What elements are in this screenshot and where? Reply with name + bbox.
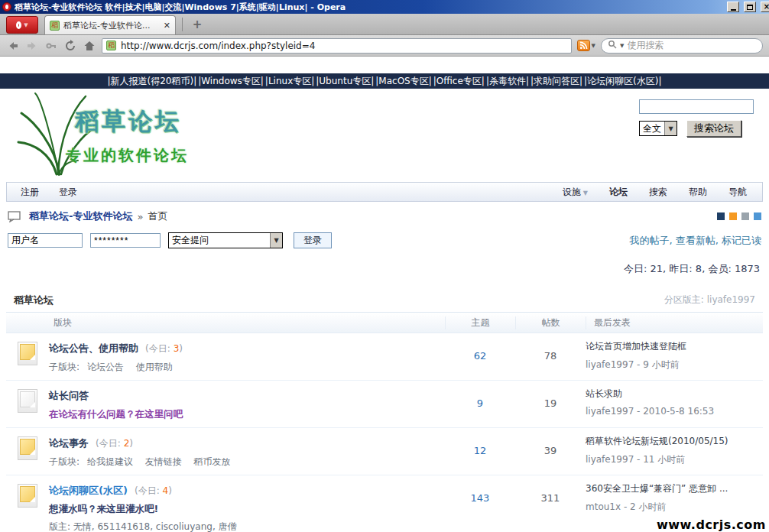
chevron-down-icon[interactable]: ▼ <box>592 43 595 49</box>
window-titlebar: 稻草论坛-专业软件论坛 软件|技术|电脑|交流|Windows 7|系统|驱动|… <box>0 0 769 14</box>
topic-count[interactable]: 143 <box>471 492 490 504</box>
topnav-link-newbie[interactable]: |新人报道(得20稻币)| <box>107 75 196 88</box>
site-topnav: |新人报道(得20稻币)| |Windows专区| |Linux专区| |Ubu… <box>0 73 769 89</box>
category-title[interactable]: 稻草论坛 <box>14 294 54 307</box>
home-icon[interactable] <box>83 40 96 52</box>
subforum-label: 子版块: <box>49 456 79 467</box>
login-button[interactable]: 登录 <box>294 232 332 248</box>
webpage: |新人报道(得20稻币)| |Windows专区| |Linux专区| |Ubu… <box>0 57 769 532</box>
restore-button[interactable] <box>744 2 756 12</box>
last-post-link[interactable]: 稻草软件论坛新坛规(2010/05/15) <box>586 436 728 446</box>
last-post-link[interactable]: 360安全卫士爆“兼容门” 恶意卸 ... <box>586 483 728 494</box>
forum-search-button[interactable]: 搜索论坛 <box>686 120 741 137</box>
search-icon <box>608 40 617 51</box>
topnav-link-ubuntu[interactable]: |Ubuntu专区| <box>316 75 374 88</box>
tab-bar: ▼ 稻 稻草论坛-专业软件论... ✕ + <box>0 14 769 35</box>
site-logo-title: 稻草论坛 <box>75 105 182 138</box>
search-scope-select[interactable]: 全文 ▼ <box>639 121 677 136</box>
url-text: http://www.dcrjs.com/index.php?styleid=4 <box>121 41 315 51</box>
subforum-link[interactable]: 论坛公告 <box>87 362 124 372</box>
style-swatch-navy[interactable] <box>717 212 725 220</box>
forum-row-water: 论坛闲聊区(水区) (今日: 4) 想灌水吗？来这里灌水吧! 版主: 无情, 6… <box>6 475 763 532</box>
post-count: 311 <box>515 482 586 532</box>
forum-row-qa: 站长问答 在论坛有什么问题？在这里问吧 9 19 站长求助 liyafe1997… <box>6 381 763 428</box>
chevron-down-icon: ▼ <box>270 233 282 248</box>
back-icon[interactable] <box>6 40 20 52</box>
forum-search-input[interactable] <box>639 99 754 114</box>
minimize-button[interactable] <box>727 2 739 12</box>
style-swatch-orange[interactable] <box>729 212 737 220</box>
rss-icon[interactable] <box>577 40 590 51</box>
column-header: 版块 主题 帖数 最后发表 <box>6 313 763 333</box>
menu-search[interactable]: 搜索 <box>649 186 667 199</box>
address-bar[interactable]: 稻 http://www.dcrjs.com/index.php?styleid… <box>102 38 572 54</box>
subforum-link[interactable]: 使用帮助 <box>136 362 173 372</box>
security-question-select[interactable]: 安全提问 ▼ <box>168 232 283 248</box>
subforum-link[interactable]: 友情链接 <box>145 456 182 467</box>
forum-new-posts-icon <box>18 342 37 365</box>
last-post-info[interactable]: liyafe1997 - 11 小时前 <box>586 453 760 466</box>
forum-menubar: 注册 登录 设施▼ 论坛 搜索 帮助 导航 <box>6 182 763 202</box>
breadcrumb-site-link[interactable]: 稻草论坛-专业软件论坛 <box>29 209 132 223</box>
subforum-link[interactable]: 给我提建议 <box>87 456 133 467</box>
facilities-link[interactable]: 设施 <box>563 187 581 197</box>
topnav-link-windows[interactable]: |Windows专区| <box>198 75 264 88</box>
browser-search-field[interactable]: ▼ 使用搜索 <box>601 38 763 54</box>
forum-description: 想灌水吗？来这里灌水吧! <box>49 503 439 516</box>
forward-icon[interactable] <box>25 40 39 52</box>
post-count: 39 <box>515 435 586 469</box>
moderators-line[interactable]: 版主: 无情, 651141618, ciscoliuyang, 唐僧 <box>49 521 439 532</box>
topnav-link-water[interactable]: |论坛闲聊区(水区)| <box>584 75 661 88</box>
topic-count[interactable]: 62 <box>474 350 487 362</box>
style-swatch-gray[interactable] <box>741 212 749 220</box>
category-header: 稻草论坛 分区版主: liyafe1997 <box>6 288 763 313</box>
forum-link[interactable]: 论坛事务 <box>49 437 89 449</box>
last-post-info[interactable]: liyafe1997 - 9 小时前 <box>586 358 760 371</box>
topnav-link-antivirus[interactable]: |杀毒软件| <box>486 75 529 88</box>
col-last: 最后发表 <box>586 316 763 329</box>
forum-new-posts-icon <box>18 436 37 460</box>
post-count: 78 <box>515 340 586 374</box>
forum-stats: 今日: 21, 昨日: 8, 会员: 1873 <box>9 262 760 276</box>
window-title: 稻草论坛-专业软件论坛 软件|技术|电脑|交流|Windows 7|系统|驱动|… <box>15 2 722 13</box>
col-topics: 主题 <box>445 316 515 329</box>
last-post-link[interactable]: 论坛首页增加快速登陆框 <box>586 341 686 352</box>
login-link[interactable]: 登录 <box>59 186 77 199</box>
subforum-link[interactable]: 稻币发放 <box>194 456 231 467</box>
chevron-down-icon[interactable]: ▼ <box>620 43 624 49</box>
topnav-link-macos[interactable]: |MacOS专区| <box>375 75 431 88</box>
key-icon[interactable] <box>44 40 58 52</box>
opera-logo-icon <box>16 21 21 29</box>
tab-close-icon[interactable]: ✕ <box>164 21 170 31</box>
close-button[interactable]: × <box>761 2 769 12</box>
menu-help[interactable]: 帮助 <box>689 186 707 199</box>
reload-icon[interactable] <box>63 40 77 52</box>
chevron-down-icon: ▼ <box>583 190 588 196</box>
style-swatch-blue[interactable] <box>754 212 761 220</box>
new-tab-button[interactable]: + <box>189 18 206 31</box>
search-placeholder: 使用搜索 <box>627 39 664 52</box>
username-field[interactable] <box>8 233 83 248</box>
last-post-link[interactable]: 站长求助 <box>586 388 622 399</box>
opera-menu-button[interactable]: ▼ <box>6 16 38 34</box>
topic-count[interactable]: 12 <box>474 445 487 456</box>
forum-row-announcements: 论坛公告、使用帮助 (今日: 3) 子版块: 论坛公告 使用帮助 62 78 论… <box>6 333 763 381</box>
browser-tab[interactable]: 稻 稻草论坛-专业软件论... ✕ <box>44 15 176 34</box>
menu-forum[interactable]: 论坛 <box>609 186 628 199</box>
topic-count[interactable]: 9 <box>477 397 483 409</box>
forum-link[interactable]: 论坛闲聊区(水区) <box>49 485 128 496</box>
topnav-link-office[interactable]: |Office专区| <box>433 75 485 88</box>
password-field[interactable] <box>90 233 161 248</box>
forum-link[interactable]: 站长问答 <box>49 390 89 401</box>
last-post-info[interactable]: liyafe1997 - 2010-5-8 16:53 <box>586 406 760 417</box>
last-post-info[interactable]: mtou1x - 2 小时前 <box>586 501 760 514</box>
menu-facilities[interactable]: 设施▼ <box>563 186 588 199</box>
topnav-link-help[interactable]: |求助问答区| <box>531 75 582 88</box>
menu-nav[interactable]: 导航 <box>728 186 747 199</box>
register-link[interactable]: 注册 <box>21 186 39 199</box>
category-moderator[interactable]: 分区版主: liyafe1997 <box>664 294 755 307</box>
quick-links[interactable]: 我的帖子, 查看新帖, 标记已读 <box>629 234 761 248</box>
forum-link[interactable]: 论坛公告、使用帮助 <box>49 342 138 354</box>
rss-control[interactable]: ▼ <box>577 40 595 51</box>
topnav-link-linux[interactable]: |Linux专区| <box>265 75 314 88</box>
